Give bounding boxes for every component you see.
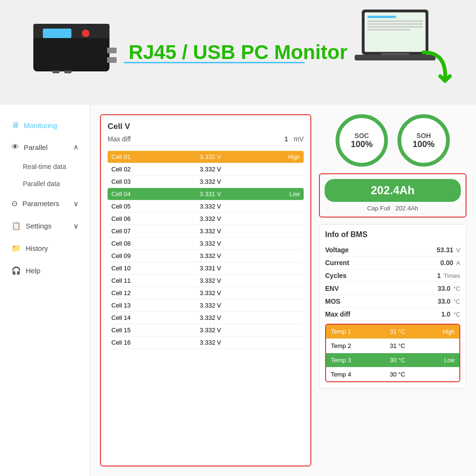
bms-row-value: 33.0 [437, 298, 450, 305]
sidebar-label-help: Help [26, 267, 40, 275]
cell-name: Cell 08 [111, 240, 145, 247]
monitor-icon: 🖥 [11, 121, 19, 129]
cell-name: Cell 02 [111, 166, 145, 173]
bms-row: Cycles 1 Times [325, 269, 460, 282]
headset-icon: 🎧 [11, 266, 21, 275]
cell-voltage: 3.332 V [145, 327, 276, 334]
bms-row-right: 33.0 °C [437, 298, 460, 305]
cell-panel-title: Cell V [108, 122, 304, 131]
battery-device-image [29, 10, 124, 86]
bms-row-right: 1.0 °C [441, 310, 460, 318]
temp-panel: Temp 1 31 °C High Temp 2 31 °C Temp 3 30… [325, 324, 460, 382]
svg-point-3 [82, 30, 89, 37]
max-diff-value: 1 [285, 135, 288, 143]
cell-row: Cell 07 3.332 V [108, 225, 304, 238]
cell-voltage: 3.332 V [145, 215, 276, 222]
bms-row: Max diff 1.0 °C [325, 308, 460, 321]
soh-value: 100% [413, 139, 435, 149]
bms-row-unit: °C [453, 285, 460, 292]
cell-name: Cell 05 [111, 203, 145, 210]
bms-row: MOS 33.0 °C [325, 295, 460, 308]
temp-value: 31 °C [364, 342, 431, 349]
bms-panel: Info of BMS Voltage 53.31 V Current 0.00… [319, 224, 466, 388]
arrow-icon [419, 48, 452, 99]
bms-row-label: Max diff [325, 310, 350, 318]
soc-soh-row: SOC 100% SOH 100% [319, 114, 466, 167]
bms-row-right: 0.00 A [440, 259, 460, 267]
bms-row-value: 33.0 [437, 285, 450, 292]
sidebar-item-parameters[interactable]: ⊙ Parameters ∨ [0, 192, 90, 215]
params-icon: ⊙ [11, 199, 18, 208]
bms-row-label: MOS [325, 298, 340, 305]
bms-row: Current 0.00 A [325, 257, 460, 269]
cell-voltage-panel: Cell V Max diff 1 mV Cell 01 3.332 V Hig… [100, 114, 311, 466]
sidebar-label-parameters: Parameters [22, 199, 60, 208]
content-area: Cell V Max diff 1 mV Cell 01 3.332 V Hig… [90, 105, 476, 476]
bms-row-value: 1 [437, 272, 441, 279]
bms-row-value: 53.31 [436, 246, 453, 254]
temp-name: Temp 1 [331, 328, 364, 335]
sidebar-label-monitoring: Monitoring [24, 121, 57, 129]
cell-voltage: 3.332 V [145, 339, 276, 346]
sidebar-item-parallel-data[interactable]: Parallel data [0, 175, 90, 192]
cell-voltage: 3.332 V [145, 302, 276, 309]
bms-row-unit: A [456, 259, 460, 267]
svg-rect-12 [367, 23, 423, 25]
sidebar-label-parallel: Parallel [24, 143, 48, 151]
temp-row: Temp 3 30 °C Low [326, 353, 459, 367]
folder-icon: 📁 [11, 244, 21, 253]
svg-rect-5 [107, 57, 117, 63]
sidebar-item-parallel[interactable]: 👁 Parallel ∧ [0, 136, 90, 158]
sidebar-item-realtime[interactable]: Real-time data [0, 158, 90, 175]
right-panel: SOC 100% SOH 100% 202.4Ah Cap Full 202.4… [319, 114, 466, 466]
cell-voltage: 3.332 V [145, 178, 276, 185]
soc-value: 100% [351, 139, 373, 149]
cell-name: Cell 04 [111, 190, 145, 198]
sidebar-item-settings[interactable]: 📋 Settings ∨ [0, 215, 90, 237]
cell-voltage: 3.331 V [145, 265, 276, 272]
cap-full-value: 202.4Ah [395, 205, 418, 212]
bms-rows-container: Voltage 53.31 V Current 0.00 A Cycles 1 … [325, 244, 460, 321]
cell-name: Cell 06 [111, 215, 145, 222]
svg-rect-13 [367, 26, 423, 28]
max-diff-unit: mV [294, 135, 304, 143]
main-layout: 🖥 Monitoring 👁 Parallel ∧ Real-time data… [0, 105, 476, 476]
temp-name: Temp 4 [331, 371, 364, 378]
cell-row: Cell 16 3.332 V [108, 337, 304, 349]
cell-row: Cell 03 3.332 V [108, 176, 304, 188]
sidebar-label-paralleldata: Parallel data [23, 180, 60, 188]
cell-voltage: 3.332 V [145, 277, 276, 284]
cell-voltage: 3.331 V [145, 190, 276, 198]
cell-row: Cell 13 3.332 V [108, 299, 304, 312]
cell-row: Cell 05 3.332 V [108, 200, 304, 213]
sidebar-item-monitoring[interactable]: 🖥 Monitoring [0, 114, 90, 136]
cell-row: Cell 11 3.332 V [108, 275, 304, 287]
soh-label: SOH [416, 132, 431, 139]
cell-name: Cell 14 [111, 314, 145, 321]
sidebar-item-history[interactable]: 📁 History [0, 237, 90, 259]
sidebar-label-history: History [26, 244, 48, 252]
sidebar-item-help[interactable]: 🎧 Help [0, 259, 90, 282]
bms-row-label: Current [325, 259, 349, 267]
settings-icon: 📋 [11, 221, 21, 230]
max-diff-label: Max diff [108, 135, 131, 143]
sidebar: 🖥 Monitoring 👁 Parallel ∧ Real-time data… [0, 105, 90, 476]
bms-row-unit: °C [453, 298, 460, 305]
cell-status: Low [276, 191, 300, 198]
temp-row: Temp 4 30 °C [326, 367, 459, 381]
bms-row-right: 53.31 V [436, 246, 460, 254]
temp-name: Temp 2 [331, 342, 364, 349]
bms-row-label: Cycles [325, 272, 347, 279]
svg-rect-14 [367, 29, 410, 30]
temp-row: Temp 2 31 °C [326, 339, 459, 353]
temp-status: Low [431, 357, 455, 364]
cell-voltage: 3.332 V [145, 153, 276, 160]
bms-row-label: Voltage [325, 246, 349, 254]
svg-rect-16 [381, 53, 409, 55]
cell-row: Cell 12 3.332 V [108, 287, 304, 299]
cell-row: Cell 02 3.332 V [108, 163, 304, 176]
cell-voltage: 3.332 V [145, 203, 276, 210]
hero-section: RJ45 / USB PC Monitor [0, 0, 476, 105]
temp-value: 30 °C [364, 371, 431, 378]
bms-row-unit: V [456, 247, 460, 254]
